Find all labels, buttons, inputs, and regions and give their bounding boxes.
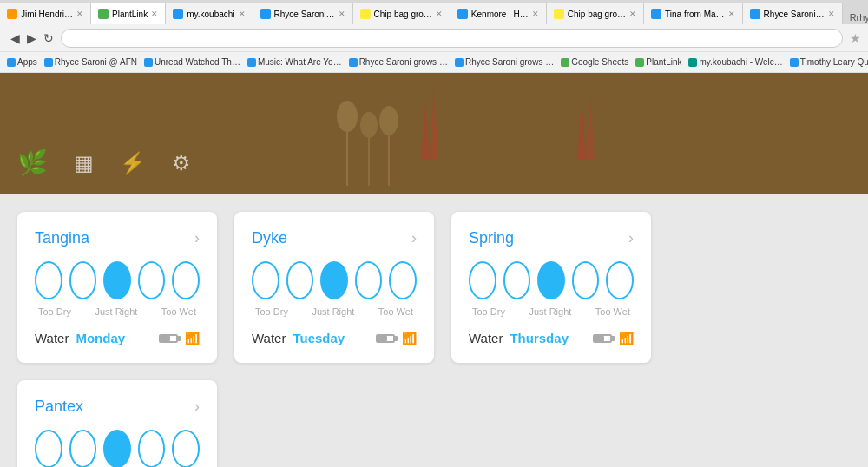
card-header: Spring › (469, 229, 634, 247)
plant-card: Pantex › Too Dry Just Right Too Wet Wate… (17, 380, 217, 467)
battery-icon (593, 334, 612, 343)
moisture-dot (389, 261, 417, 299)
wifi-icon: 📶 (185, 332, 200, 345)
wifi-icon: 📶 (619, 332, 634, 345)
moisture-row (469, 261, 634, 299)
reload-button[interactable]: ↻ (40, 31, 57, 45)
browser-tab[interactable]: Rhyce Saroni…✕ (743, 3, 843, 24)
battery-icon (159, 334, 178, 343)
moisture-dot (606, 261, 634, 299)
plant-name: Pantex (35, 398, 83, 416)
moisture-dot (286, 261, 314, 299)
plant-card: Dyke › Too Dry Just Right Too Wet Water … (234, 212, 434, 363)
moisture-row (252, 261, 417, 299)
label-just-right: Just Right (312, 306, 354, 317)
battery-icon (376, 334, 395, 343)
water-label: Water (252, 331, 286, 345)
moisture-dot (35, 261, 62, 299)
plant-card: Spring › Too Dry Just Right Too Wet Wate… (451, 212, 651, 363)
card-header: Tangina › (35, 229, 200, 247)
svg-marker-9 (586, 99, 595, 160)
browser-tab[interactable]: Rhyce Saroni…✕ (253, 3, 353, 24)
label-too-dry: Too Dry (472, 306, 505, 317)
water-label: Water (469, 331, 503, 345)
card-header: Pantex › (35, 398, 200, 416)
moisture-labels: Too Dry Just Right Too Wet (252, 306, 417, 317)
water-label: Water (35, 331, 69, 345)
moisture-dot (103, 430, 131, 467)
browser-chrome: Jimi Hendri…✕PlantLink✕my.koubachi✕Rhyce… (0, 0, 868, 73)
card-arrow[interactable]: › (411, 229, 417, 247)
tab-bar: Jimi Hendri…✕PlantLink✕my.koubachi✕Rhyce… (0, 0, 868, 24)
browser-tab[interactable]: PlantLink✕ (91, 3, 166, 24)
address-bar[interactable] (61, 29, 843, 48)
card-header: Dyke › (252, 229, 417, 247)
moisture-dot (103, 261, 131, 299)
water-day: Monday (76, 331, 125, 345)
main-content: Tangina › Too Dry Just Right Too Wet Wat… (0, 194, 868, 467)
svg-point-0 (337, 101, 358, 132)
bookmark-item[interactable]: Music: What Are Yo… (247, 57, 342, 67)
bookmark-item[interactable]: PlantLink (635, 57, 681, 67)
bookmark-item[interactable]: Google Sheets (561, 57, 628, 67)
moisture-dot (503, 261, 531, 299)
nav-leaf-icon[interactable]: 🌿 (17, 148, 48, 177)
moisture-row (35, 261, 200, 299)
svg-marker-8 (577, 95, 586, 160)
moisture-row (35, 430, 200, 467)
bookmark-item[interactable]: my.koubachi - Welc… (688, 57, 782, 67)
water-day: Tuesday (293, 331, 345, 345)
moisture-dot (320, 261, 348, 299)
forward-button[interactable]: ▶ (23, 31, 40, 45)
browser-tab[interactable]: Chip bag gro…✕ (353, 3, 450, 24)
moisture-dot (252, 261, 279, 299)
plant-name: Dyke (252, 229, 287, 247)
water-day: Thursday (510, 331, 569, 345)
moisture-dot (172, 430, 200, 467)
moisture-dot (172, 261, 200, 299)
bookmark-item[interactable]: Rhyce Saroni grows … (455, 57, 554, 67)
nav-calendar-icon[interactable]: ▦ (74, 151, 94, 175)
label-just-right: Just Right (95, 306, 137, 317)
browser-tab[interactable]: Jimi Hendri…✕ (0, 3, 91, 24)
card-arrow[interactable]: › (194, 229, 200, 247)
moisture-labels: Too Dry Just Right Too Wet (35, 306, 200, 317)
svg-point-2 (360, 112, 378, 138)
nav-settings-icon[interactable]: ⚙ (172, 151, 191, 175)
moisture-dot (138, 430, 166, 467)
label-too-dry: Too Dry (38, 306, 71, 317)
back-button[interactable]: ◀ (7, 31, 23, 45)
water-row: Water Monday 📶 (35, 331, 200, 345)
moisture-dot (69, 430, 97, 467)
plant-name: Tangina (35, 229, 89, 247)
moisture-dot (469, 261, 496, 299)
label-too-dry: Too Dry (255, 306, 288, 317)
browser-tab[interactable]: my.koubachi✕ (166, 3, 253, 24)
app-header: 🌿 ▦ ⚡ ⚙ (0, 73, 868, 194)
label-too-wet: Too Wet (161, 306, 196, 317)
moisture-dot (355, 261, 383, 299)
bookmarks-bar: AppsRhyce Saroni @ AFNUnread Watched Th…… (0, 52, 868, 73)
bookmark-item[interactable]: Rhyce Saroni @ AFN (44, 57, 137, 67)
moisture-dot (35, 430, 62, 467)
browser-tab[interactable]: Chip bag gro…✕ (547, 3, 644, 24)
water-row: Water Tuesday 📶 (252, 331, 417, 345)
nav-device-icon[interactable]: ⚡ (120, 151, 146, 175)
bookmark-item[interactable]: Apps (7, 57, 37, 67)
plant-name: Spring (469, 229, 514, 247)
bookmark-item[interactable]: Unread Watched Th… (144, 57, 240, 67)
moisture-dot (537, 261, 565, 299)
moisture-dot (138, 261, 166, 299)
svg-marker-6 (421, 99, 430, 160)
svg-marker-7 (430, 90, 438, 160)
moisture-dot (572, 261, 600, 299)
moisture-labels: Too Dry Just Right Too Wet (469, 306, 634, 317)
card-arrow[interactable]: › (628, 229, 634, 247)
bookmark-item[interactable]: Timothy Leary Quot… (790, 57, 868, 67)
card-arrow[interactable]: › (194, 398, 200, 416)
wifi-icon: 📶 (402, 332, 417, 345)
browser-tab[interactable]: Kenmore | H…✕ (450, 3, 547, 24)
address-bar-row: ◀ ▶ ↻ ★ (0, 24, 868, 52)
browser-tab[interactable]: Tina from Ma…✕ (644, 3, 743, 24)
bookmark-item[interactable]: Rhyce Saroni grows … (349, 57, 448, 67)
